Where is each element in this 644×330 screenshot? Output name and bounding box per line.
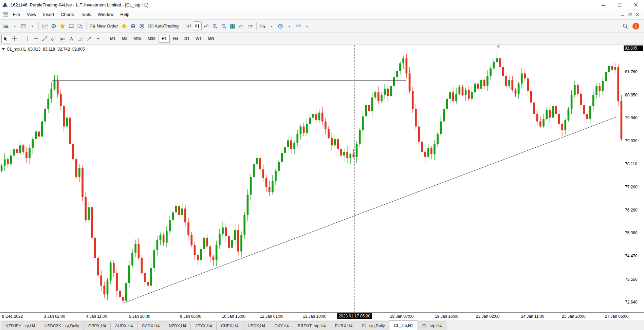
strategy-tester-icon bbox=[77, 23, 83, 29]
chart-tab[interactable]: CL_stp,Daily bbox=[357, 322, 389, 330]
text-tool-button[interactable]: A bbox=[67, 34, 76, 43]
timeframe-m15-button[interactable]: M15 bbox=[130, 35, 144, 43]
periods-dropdown[interactable] bbox=[285, 21, 294, 31]
menu-tools[interactable]: Tools bbox=[77, 10, 94, 19]
toolbar-separator bbox=[38, 22, 39, 30]
menu-charts[interactable]: Charts bbox=[57, 10, 77, 19]
market-watch-button[interactable] bbox=[40, 21, 49, 31]
search-button[interactable] bbox=[621, 21, 630, 31]
text-label-tool-button[interactable]: T bbox=[76, 34, 85, 43]
maximize-button[interactable] bbox=[611, 0, 628, 10]
arrow-objects-icon bbox=[86, 36, 92, 41]
chart-tab[interactable]: BRENT_stp,H4 bbox=[293, 322, 330, 330]
timeframe-h1-button[interactable]: H1 bbox=[159, 35, 170, 43]
timeframe-m30-button[interactable]: M30 bbox=[145, 35, 159, 43]
candlestick-chart[interactable] bbox=[0, 45, 623, 312]
cursor-tool-button[interactable] bbox=[1, 34, 10, 43]
mdi-close-button[interactable] bbox=[634, 11, 641, 18]
timeframe-m5-button[interactable]: M5 bbox=[119, 35, 131, 43]
trendline-tool-button[interactable] bbox=[40, 34, 49, 43]
templates-button[interactable] bbox=[294, 21, 302, 31]
fibonacci-tool-button[interactable]: F bbox=[58, 34, 67, 43]
chart-tab[interactable]: DXY,H4 bbox=[270, 322, 294, 330]
equidistant-channel-tool-button[interactable] bbox=[49, 34, 58, 43]
indicators-button[interactable] bbox=[258, 21, 267, 31]
chart-pane[interactable]: CL_stp,H1 83.013 83.118 82.742 82.805 bbox=[0, 45, 623, 312]
menu-view[interactable]: View bbox=[23, 10, 40, 19]
objects-dropdown[interactable] bbox=[93, 34, 102, 43]
navigator-button[interactable] bbox=[58, 21, 67, 31]
chart-ohlc-label: CL_stp,H1 83.013 83.118 82.742 82.805 bbox=[2, 47, 85, 52]
chart-tab[interactable]: USDX,H4 bbox=[243, 322, 270, 330]
auto-scroll-button[interactable] bbox=[237, 21, 246, 31]
time-axis-label: 12 Jan 01:00 bbox=[260, 314, 283, 319]
data-window-button[interactable] bbox=[49, 21, 58, 31]
chart-tab[interactable]: CL_stp,H1 bbox=[389, 320, 418, 330]
chart-tab[interactable]: NZDX,H4 bbox=[164, 322, 191, 330]
time-axis-label: 5 Jan 20:00 bbox=[129, 314, 150, 319]
text-tool-icon: A bbox=[69, 36, 74, 41]
metaeditor-button[interactable] bbox=[120, 21, 129, 31]
toolbox-button[interactable] bbox=[67, 21, 76, 31]
periods-button[interactable] bbox=[276, 21, 285, 31]
market-watch-icon bbox=[42, 23, 48, 29]
timeframe-group: M1M5M15M30H1H4D1W1MN bbox=[107, 35, 217, 43]
new-chart-dropdown[interactable] bbox=[10, 21, 19, 31]
new-chart-button[interactable] bbox=[1, 21, 10, 31]
time-axis[interactable]: 9 Dec 20223 Jan 02:004 Jan 11:005 Jan 20… bbox=[0, 312, 644, 320]
chart-symbol-period: CL_stp,H1 bbox=[7, 47, 26, 52]
autotrading-button[interactable]: AutoTrading bbox=[146, 21, 180, 31]
options-button[interactable] bbox=[137, 21, 146, 31]
new-order-label: New Order bbox=[97, 23, 118, 29]
timeframe-m1-button[interactable]: M1 bbox=[107, 35, 119, 43]
chart-tab[interactable]: CADX,H4 bbox=[137, 322, 164, 330]
close-button[interactable] bbox=[628, 0, 644, 10]
chart-tab[interactable]: JPYX,H4 bbox=[190, 322, 217, 330]
profiles-button[interactable] bbox=[19, 21, 28, 31]
mdi-restore-button[interactable] bbox=[626, 11, 634, 18]
chart-context-arrow-icon[interactable] bbox=[2, 48, 5, 51]
close-icon bbox=[634, 3, 638, 7]
tile-windows-button[interactable] bbox=[228, 21, 237, 31]
mql5-community-button[interactable] bbox=[129, 21, 137, 31]
timeframe-d1-button[interactable]: D1 bbox=[181, 35, 192, 43]
chart-tab[interactable]: USDCZK_stp,Daily bbox=[40, 322, 84, 330]
chart-tab[interactable]: EURX,H4 bbox=[330, 322, 357, 330]
indicators-icon bbox=[260, 23, 265, 29]
text-label-icon: T bbox=[77, 36, 83, 41]
indicators-dropdown[interactable] bbox=[267, 21, 276, 31]
profiles-dropdown[interactable] bbox=[28, 21, 37, 31]
zoom-out-button[interactable] bbox=[219, 21, 228, 31]
line-chart-icon bbox=[203, 23, 209, 29]
line-chart-button[interactable] bbox=[202, 21, 210, 31]
horizontal-line-tool-button[interactable] bbox=[32, 34, 40, 43]
chart-tab[interactable]: NZDJPY_stp,H4 bbox=[1, 322, 40, 330]
objects-tool-button[interactable] bbox=[85, 34, 93, 43]
price-axis[interactable]: 82.805 82.67081.76080.85079.94079.03078.… bbox=[623, 45, 644, 312]
menu-file[interactable]: File bbox=[10, 10, 23, 19]
menu-insert[interactable]: Insert bbox=[40, 10, 58, 19]
strategy-tester-button[interactable] bbox=[76, 21, 85, 31]
timeframe-w1-button[interactable]: W1 bbox=[192, 35, 205, 43]
chart-tab[interactable]: CHFX,H4 bbox=[216, 322, 243, 330]
mdi-minimize-button[interactable] bbox=[619, 11, 626, 18]
timeframe-h4-button[interactable]: H4 bbox=[170, 35, 181, 43]
time-axis-label: 13 Jan 10:00 bbox=[303, 314, 326, 319]
notification-badge[interactable]: 1 bbox=[632, 23, 639, 30]
chart-tab[interactable]: GBPX,H4 bbox=[84, 322, 111, 330]
chart-shift-button[interactable] bbox=[246, 21, 255, 31]
zoom-in-button[interactable] bbox=[210, 21, 219, 31]
new-order-button[interactable]: New Order bbox=[88, 21, 120, 31]
minimize-button[interactable] bbox=[595, 0, 611, 10]
chart-tab[interactable]: AUDX,H4 bbox=[110, 322, 137, 330]
price-axis-label: 77.200 bbox=[625, 185, 638, 189]
bar-chart-button[interactable] bbox=[184, 21, 193, 31]
candlestick-chart-button[interactable] bbox=[193, 21, 202, 31]
crosshair-tool-button[interactable] bbox=[10, 34, 19, 43]
timeframe-mn-button[interactable]: MN bbox=[205, 35, 217, 43]
chart-tab[interactable]: CL_stp,H4 bbox=[418, 322, 446, 330]
menu-help[interactable]: Help bbox=[117, 10, 133, 19]
vertical-line-tool-button[interactable] bbox=[23, 34, 32, 43]
menu-window[interactable]: Window bbox=[94, 10, 117, 19]
templates-dropdown[interactable] bbox=[302, 21, 311, 31]
